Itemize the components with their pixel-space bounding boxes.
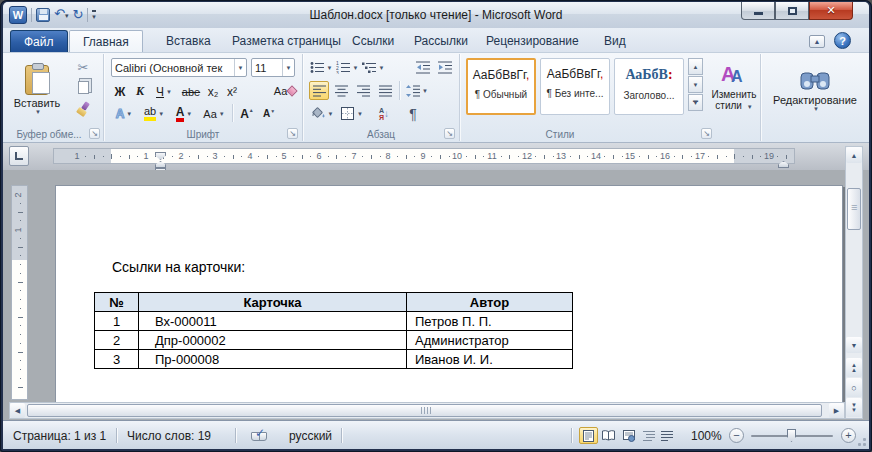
font-name-combo[interactable]: Calibri (Основной тек ▼ [111, 58, 247, 77]
proofing-status-button[interactable]: ✓ [251, 429, 268, 442]
format-painter-button[interactable] [67, 99, 99, 118]
title-bar[interactable]: Шаблон.docx [только чтение] - Microsoft … [3, 2, 869, 28]
copy-button[interactable] [67, 78, 99, 97]
cell-number[interactable]: 3 [95, 350, 139, 369]
tab-file[interactable]: Файл [10, 30, 68, 52]
styles-scroll-down[interactable]: ▼ [688, 76, 703, 93]
word-logo-icon[interactable]: W [9, 6, 27, 24]
word-count[interactable]: Число слов: 19 [127, 429, 211, 443]
cut-button[interactable]: ✂ [67, 58, 99, 77]
bold-button[interactable]: Ж [111, 82, 129, 101]
sort-button[interactable]: АЯ ↓ [373, 104, 395, 123]
fullscreen-reading-view-button[interactable] [599, 427, 618, 444]
font-color-button[interactable]: А▼ [171, 104, 197, 123]
close-button[interactable]: ✕ [809, 2, 853, 20]
cell-author[interactable]: Иванов И. И. [407, 350, 573, 369]
tab-insert[interactable]: Вставка [153, 30, 224, 52]
tab-references[interactable]: Ссылки [339, 30, 407, 52]
italic-button[interactable]: К [131, 82, 149, 101]
outline-view-button[interactable] [639, 427, 658, 444]
cell-number[interactable]: 2 [95, 331, 139, 350]
tab-selector-button[interactable] [9, 146, 29, 166]
style-heading1[interactable]: АаБбВ: Заголово... [614, 58, 684, 115]
save-icon[interactable] [36, 8, 50, 22]
collapse-ribbon-icon[interactable]: ▲ [809, 35, 825, 48]
align-right-button[interactable] [353, 81, 373, 100]
bullets-button[interactable]: ▼ [309, 58, 333, 77]
tab-page-layout[interactable]: Разметка страницы [219, 30, 354, 52]
cell-number[interactable]: 1 [95, 312, 139, 331]
align-center-button[interactable] [331, 81, 351, 100]
header-card[interactable]: Карточка [139, 293, 407, 312]
underline-button[interactable]: Ч▼ [151, 82, 177, 101]
shrink-font-button[interactable]: А▼ [259, 104, 279, 123]
header-author[interactable]: Автор [407, 293, 573, 312]
paragraph-dialog-launcher[interactable]: ↘ [444, 128, 455, 139]
decrease-indent-button[interactable] [413, 58, 433, 77]
redo-icon[interactable]: ↻ [72, 6, 83, 24]
tab-mailings[interactable]: Рассылки [401, 30, 481, 52]
undo-icon[interactable]: ↶▾ [54, 5, 68, 25]
customize-qat-icon[interactable]: ▾ [92, 10, 96, 20]
maximize-button[interactable] [775, 2, 809, 20]
clear-formatting-button[interactable]: Аа [272, 80, 298, 102]
strikethrough-button[interactable]: abe [179, 82, 203, 101]
document-page[interactable]: Ссылки на карточки: № Карточка Автор 1 В… [55, 185, 843, 402]
numbering-button[interactable]: 123 ▼ [335, 58, 359, 77]
superscript-button[interactable]: x² [223, 82, 241, 101]
header-number[interactable]: № [95, 293, 139, 312]
clipboard-dialog-launcher[interactable]: ↘ [89, 128, 100, 139]
horizontal-ruler[interactable]: 1123456789101112131415161719 [53, 148, 795, 164]
font-size-combo[interactable]: 11 ▼ [251, 58, 295, 77]
next-page-button[interactable]: ▼▼ [846, 398, 862, 417]
text-effects-button[interactable]: А▼ [111, 104, 137, 123]
select-browse-object-button[interactable]: ○ [846, 378, 862, 397]
cell-author[interactable]: Петров П. П. [407, 312, 573, 331]
page-indicator[interactable]: Страница: 1 из 1 [13, 429, 106, 443]
style-normal[interactable]: АаБбВвГг, ¶ Обычный [466, 58, 536, 115]
right-indent-marker[interactable] [778, 161, 789, 168]
minimize-button[interactable] [741, 2, 775, 20]
show-marks-button[interactable]: ¶ [403, 104, 423, 123]
cell-card[interactable]: Дпр-000002 [139, 331, 407, 350]
language-indicator[interactable]: русский [289, 429, 332, 443]
scroll-left-button[interactable]: ◀ [10, 403, 25, 418]
align-left-button[interactable] [309, 81, 329, 100]
zoom-out-button[interactable]: − [729, 428, 744, 443]
paste-button[interactable]: Вставить ▼ [13, 57, 61, 123]
subscript-button[interactable]: x₂ [204, 82, 222, 101]
print-layout-view-button[interactable] [579, 427, 598, 444]
increase-indent-button[interactable] [435, 58, 455, 77]
cell-card[interactable]: Вх-000011 [139, 312, 407, 331]
change-case-button[interactable]: Аа▼ [200, 104, 228, 123]
grow-font-button[interactable]: А▲ [237, 104, 257, 123]
styles-scroll-up[interactable]: ▲ [688, 58, 703, 75]
line-spacing-button[interactable]: ▼ [404, 81, 430, 100]
scroll-right-button[interactable]: ▶ [829, 403, 844, 418]
change-styles-button[interactable]: АА Изменитьстили ▼ [710, 58, 758, 118]
styles-dialog-launcher[interactable]: ↘ [701, 128, 712, 139]
cell-author[interactable]: Администратор [407, 331, 573, 350]
vertical-ruler[interactable]: 21 [11, 185, 28, 400]
styles-gallery-more[interactable]: ▼▬ [688, 94, 703, 111]
editing-button[interactable]: Редактирование ▼ [767, 58, 863, 122]
zoom-slider-thumb[interactable] [787, 429, 796, 442]
tab-view[interactable]: Вид [591, 30, 639, 52]
help-button[interactable]: ? [834, 32, 851, 49]
zoom-level[interactable]: 100% [691, 429, 722, 443]
tab-home[interactable]: Главная [69, 30, 143, 52]
web-layout-view-button[interactable] [619, 427, 638, 444]
style-no-spacing[interactable]: АаБбВвГг, ¶ Без инте... [540, 58, 610, 115]
document-table[interactable]: № Карточка Автор 1 Вх-000011 Петров П. П… [94, 292, 573, 369]
justify-button[interactable] [375, 81, 395, 100]
font-dialog-launcher[interactable]: ↘ [287, 128, 298, 139]
scroll-down-button[interactable]: ▼ [846, 337, 862, 353]
resize-grip[interactable] [854, 434, 866, 446]
shading-button[interactable]: ▼ [309, 104, 335, 123]
horizontal-scrollbar[interactable]: ◀ ▶ [9, 402, 845, 419]
borders-button[interactable]: ▼ [339, 104, 365, 123]
scroll-up-button[interactable]: ▲ [846, 147, 862, 163]
draft-view-button[interactable] [657, 427, 676, 444]
horizontal-scroll-thumb[interactable] [27, 404, 822, 417]
vertical-scroll-thumb[interactable] [847, 188, 861, 230]
